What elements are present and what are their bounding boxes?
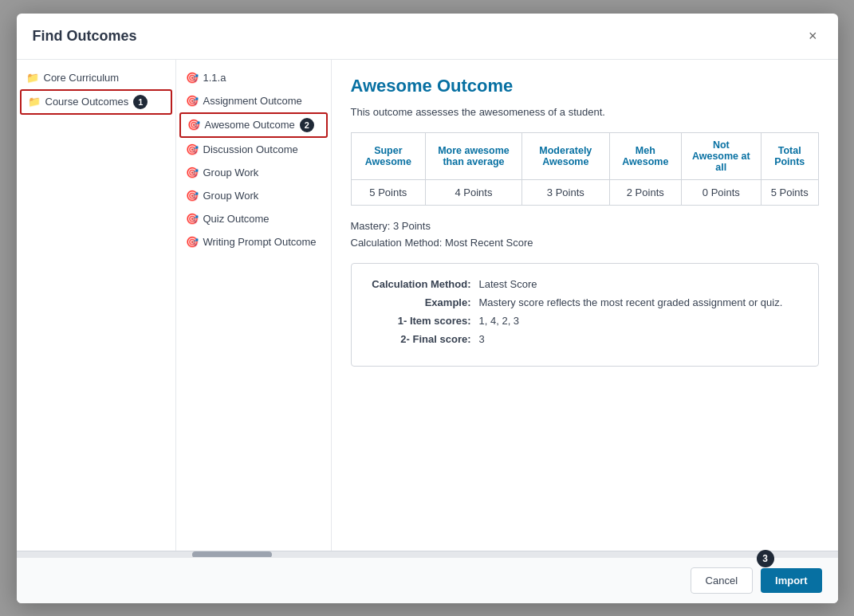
middle-panel: 🎯 1.1.a 🎯 Assignment Outcome 🎯 Awesome O… [176,60,332,551]
modal-body: 📁 Core Curriculum 📁 Course Outcomes 1 🎯 … [17,60,838,551]
left-panel: 📁 Core Curriculum 📁 Course Outcomes 1 [17,60,176,551]
middle-item-assignment-outcome[interactable]: 🎯 Assignment Outcome [176,89,331,112]
outcome-icon: 🎯 [186,95,199,107]
calc-box: Calculation Method: Latest Score Example… [351,263,819,367]
folder-icon: 📁 [26,72,39,84]
close-button[interactable]: × [804,26,822,46]
points-not-awesome: 0 Points [681,179,761,205]
col-more-awesome: More awesome than average [426,132,522,179]
points-meh-awesome: 2 Points [609,179,681,205]
sidebar-item-core-curriculum[interactable]: 📁 Core Curriculum [17,66,175,89]
points-moderately-awesome: 3 Points [521,179,609,205]
mastery-text: Mastery: 3 Points [351,220,819,232]
modal-title: Find Outcomes [33,28,137,45]
calc-row-method: Calculation Method: Latest Score [368,278,802,290]
points-super-awesome: 5 Points [351,179,426,205]
outcome-icon: 🎯 [186,236,199,248]
middle-item-quiz-outcome[interactable]: 🎯 Quiz Outcome [176,207,331,230]
scrollbar-area [17,551,838,557]
outcome-title: Awesome Outcome [351,76,819,96]
awesome-outcome-badge: 2 [300,118,314,132]
calc-method-text: Calculation Method: Most Recent Score [351,237,819,249]
col-not-awesome: Not Awesome at all [681,132,761,179]
calc-row-final-score: 2- Final score: 3 [368,333,802,345]
col-moderately-awesome: Moderately Awesome [521,132,609,179]
outcome-icon: 🎯 [186,167,199,179]
modal-header: Find Outcomes × [17,14,838,60]
outcome-icon: 🎯 [186,213,199,225]
middle-item-discussion-outcome[interactable]: 🎯 Discussion Outcome [176,138,331,161]
outcome-icon: 🎯 [187,119,200,131]
rubric-table: Super Awesome More awesome than average … [351,132,819,206]
outcome-icon: 🎯 [186,143,199,155]
sidebar-item-course-outcomes[interactable]: 📁 Course Outcomes 1 [20,89,172,115]
col-meh-awesome: Meh Awesome [609,132,681,179]
points-total: 5 Points [761,179,818,205]
col-super-awesome: Super Awesome [351,132,426,179]
course-outcomes-badge: 1 [133,95,148,109]
import-button[interactable]: Import [761,568,821,593]
outcome-icon: 🎯 [186,190,199,202]
folder-icon: 📁 [28,96,41,108]
calc-row-item-scores: 1- Item scores: 1, 4, 2, 3 [368,315,802,327]
modal-footer: 3 Cancel Import [17,557,838,603]
outcome-description: This outcome assesses the awesomeness of… [351,106,819,118]
middle-item-awesome-outcome[interactable]: 🎯 Awesome Outcome 2 [179,112,328,138]
middle-item-group-work-2[interactable]: 🎯 Group Work [176,184,331,207]
middle-item-1a[interactable]: 🎯 1.1.a [176,66,331,89]
content-panel: Awesome Outcome This outcome assesses th… [332,60,838,551]
calc-row-example: Example: Mastery score reflects the most… [368,296,802,308]
import-badge: 3 [757,550,774,567]
outcome-icon: 🎯 [186,72,199,84]
middle-item-group-work-1[interactable]: 🎯 Group Work [176,161,331,184]
col-total-points: Total Points [761,132,818,179]
find-outcomes-modal: Find Outcomes × 📁 Core Curriculum 📁 Cour… [17,14,838,603]
cancel-button[interactable]: Cancel [691,567,753,594]
middle-item-writing-prompt[interactable]: 🎯 Writing Prompt Outcome [176,230,331,253]
points-more-awesome: 4 Points [426,179,522,205]
